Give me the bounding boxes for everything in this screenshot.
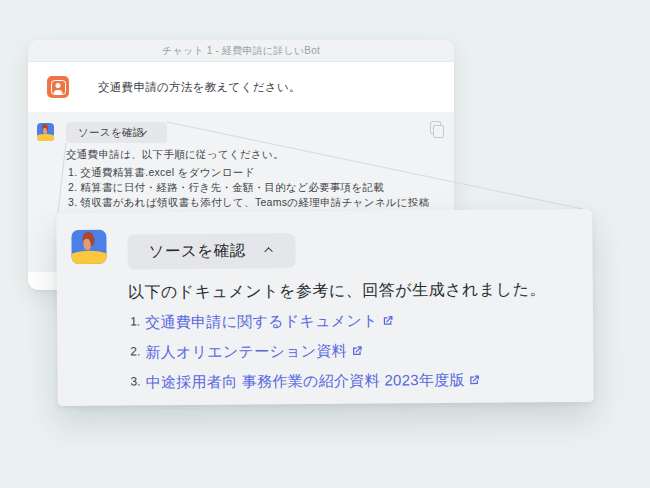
- source-link[interactable]: 新人オリエンテーション資料: [145, 341, 363, 362]
- source-link[interactable]: 交通費申請に関するドキュメント: [145, 310, 394, 331]
- screen: チャット 1 - 経費申請に詳しいBot 交通費申請の方法を教えてください。 ソ…: [0, 0, 650, 488]
- bot-step: 3.領収書があれば領収書も添付して、Teamsの経理申請チャンネルに投稿: [68, 195, 429, 210]
- source-link-label: 新人オリエンテーション資料: [145, 341, 347, 362]
- chat-header: チャット 1 - 経費申請に詳しいBot: [28, 40, 454, 62]
- external-link-icon: [350, 345, 363, 358]
- user-avatar: [47, 76, 69, 98]
- step-number: 2.: [68, 180, 77, 195]
- source-link[interactable]: 中途採用者向 事務作業の紹介資料 2023年度版: [146, 370, 481, 392]
- bot-step: 2.精算書に日付・経路・行き先・金額・目的など必要事項を記載: [68, 180, 429, 195]
- step-text: 交通費精算書.excel をダウンロード: [80, 166, 254, 178]
- source-link-item: 2. 新人オリエンテーション資料: [130, 340, 481, 373]
- copy-icon: [429, 121, 445, 138]
- bot-avatar: [37, 123, 54, 141]
- external-link-icon: [381, 314, 394, 327]
- chat-window-title: チャット 1 - 経費申請に詳しいBot: [162, 44, 320, 58]
- step-text: 領収書があれば領収書も添付して、Teamsの経理申請チャンネルに投稿: [80, 196, 429, 208]
- bot-intro-text: 交通費申請は、以下手順に従ってください。: [66, 148, 284, 162]
- sources-toggle-button-collapsed[interactable]: ソースを確認: [66, 122, 167, 143]
- source-link-label: 交通費申請に関するドキュメント: [145, 311, 378, 332]
- user-message-row: 交通費申請の方法を教えてください。: [28, 62, 454, 112]
- source-link-label: 中途採用者向 事務作業の紹介資料 2023年度版: [146, 370, 465, 392]
- source-number: 2.: [130, 342, 140, 361]
- source-link-item: 3. 中途採用者向 事務作業の紹介資料 2023年度版: [131, 370, 482, 403]
- external-link-icon: [468, 374, 481, 387]
- bot-step: 1.交通費精算書.excel をダウンロード: [68, 165, 429, 180]
- step-number: 3.: [68, 195, 77, 210]
- sources-button-label: ソースを確認: [148, 241, 245, 263]
- user-message-text: 交通費申請の方法を教えてください。: [98, 62, 301, 112]
- bot-avatar: [71, 230, 106, 264]
- bot-avatar-shirt: [71, 251, 106, 264]
- sources-button-label: ソースを確認: [78, 126, 144, 140]
- source-number: 1.: [130, 312, 140, 331]
- step-text: 精算書に日付・経路・行き先・金額・目的など必要事項を記載: [80, 181, 384, 193]
- copy-button[interactable]: [429, 121, 445, 138]
- sources-popover: ソースを確認 以下のドキュメントを参考に、回答が生成されました。 1. 交通費申…: [56, 209, 593, 406]
- sources-description: 以下のドキュメントを参考に、回答が生成されました。: [128, 279, 546, 303]
- step-number: 1.: [68, 165, 77, 180]
- bot-avatar-face: [42, 127, 46, 133]
- source-links-list: 1. 交通費申請に関するドキュメント 2. 新人オリエンテーション資料 3. 中…: [130, 310, 481, 403]
- person-icon: [51, 80, 66, 95]
- sources-toggle-button-expanded[interactable]: ソースを確認: [127, 233, 295, 269]
- bot-avatar-shirt: [37, 134, 54, 141]
- chevron-up-icon: [264, 247, 272, 255]
- source-number: 3.: [131, 372, 141, 391]
- bot-steps-list: 1.交通費精算書.excel をダウンロード 2.精算書に日付・経路・行き先・金…: [68, 165, 429, 210]
- source-link-item: 1. 交通費申請に関するドキュメント: [130, 310, 481, 343]
